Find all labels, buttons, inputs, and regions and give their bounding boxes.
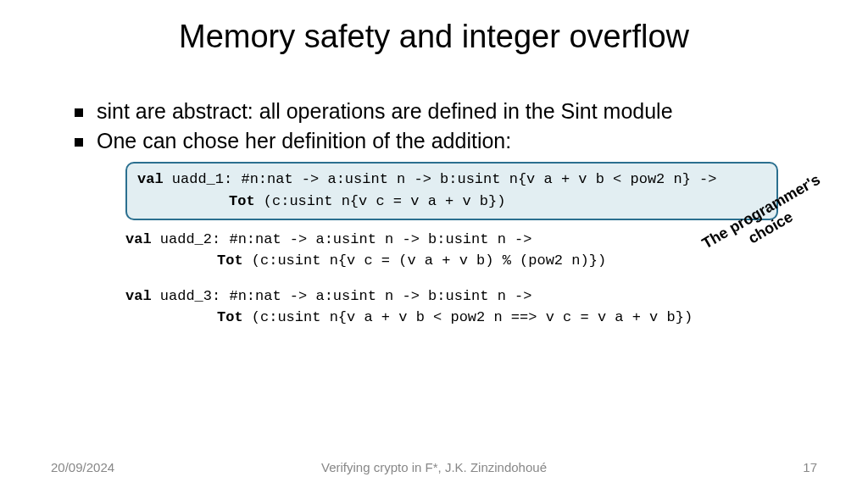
keyword: Tot (229, 193, 255, 209)
code-text: uadd_1: #n:nat -> a:usint n -> b:usint n… (164, 171, 717, 187)
bullet-marker-icon (75, 108, 83, 117)
code-text: (c:usint n{v c = v a + v b}) (255, 193, 506, 209)
slide-footer: 20/09/2024 Verifying crypto in F*, J.K. … (0, 460, 868, 474)
bullet-item: One can chose her definition of the addi… (75, 129, 817, 153)
bullet-text: sint are abstract: all operations are de… (97, 99, 673, 124)
code-line: Tot (c:usint n{v c = (v a + v b) % (pow2… (125, 250, 868, 272)
code-text: (c:usint n{v a + v b < pow2 n ==> v c = … (243, 309, 693, 325)
code-line: Tot (c:usint n{v a + v b < pow2 n ==> v … (125, 307, 868, 329)
highlighted-code-block: val uadd_1: #n:nat -> a:usint n -> b:usi… (125, 162, 778, 220)
code-text: (c:usint n{v c = (v a + v b) % (pow2 n)}… (243, 252, 606, 269)
code-block: val uadd_3: #n:nat -> a:usint n -> b:usi… (125, 286, 868, 329)
code-text: uadd_2: #n:nat -> a:usint n -> b:usint n… (152, 231, 532, 247)
footer-page-number: 17 (803, 460, 817, 474)
code-text: uadd_3: #n:nat -> a:usint n -> b:usint n… (152, 288, 532, 304)
keyword: Tot (217, 309, 243, 325)
keyword: val (137, 171, 164, 187)
keyword: Tot (217, 252, 243, 269)
bullet-list: sint are abstract: all operations are de… (75, 99, 817, 153)
slide-title: Memory safety and integer overflow (0, 19, 868, 55)
keyword: val (125, 231, 152, 247)
footer-title: Verifying crypto in F*, J.K. Zinzindohou… (321, 460, 547, 474)
code-line: val uadd_1: #n:nat -> a:usint n -> b:usi… (137, 169, 766, 191)
code-line: Tot (c:usint n{v c = v a + v b}) (137, 191, 766, 213)
bullet-item: sint are abstract: all operations are de… (75, 99, 817, 124)
code-line: val uadd_3: #n:nat -> a:usint n -> b:usi… (125, 286, 868, 308)
footer-date: 20/09/2024 (51, 460, 114, 474)
bullet-text: One can chose her definition of the addi… (97, 129, 511, 153)
bullet-marker-icon (75, 138, 83, 147)
keyword: val (125, 288, 152, 304)
